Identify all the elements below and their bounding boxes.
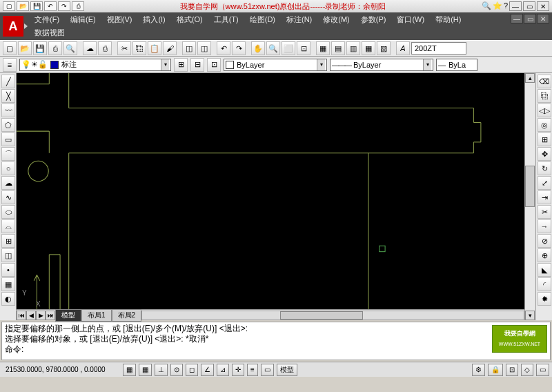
move-icon[interactable]: ✥ xyxy=(538,147,551,161)
copy-obj-icon[interactable]: ⿻ xyxy=(538,89,551,103)
dyn-button[interactable]: ✛ xyxy=(232,364,244,376)
qat-undo[interactable]: ↶ xyxy=(44,1,57,11)
qat-save[interactable]: 💾 xyxy=(30,1,43,11)
search-icon[interactable]: 🔍 xyxy=(482,1,491,11)
block-make-icon[interactable]: ◫ xyxy=(1,248,15,262)
tab-next-icon[interactable]: ▶ xyxy=(36,311,46,320)
lwt-button[interactable]: ≡ xyxy=(247,364,258,376)
zoomwin-icon[interactable]: ⬜ xyxy=(282,41,295,55)
plot-icon[interactable]: ⎙ xyxy=(98,41,112,55)
grid-button[interactable]: ▦ xyxy=(139,364,152,376)
layer-prev-icon[interactable]: ⊟ xyxy=(190,58,204,72)
redo-icon[interactable]: ↷ xyxy=(232,41,246,55)
menu-help[interactable]: 帮助(H) xyxy=(430,13,466,26)
menu-window[interactable]: 窗口(W) xyxy=(391,13,430,26)
preview-icon[interactable]: 🔍 xyxy=(63,41,77,55)
join-icon[interactable]: ⊕ xyxy=(538,248,551,262)
qat-new[interactable]: ▢ xyxy=(3,1,15,11)
help2-icon[interactable]: ? xyxy=(504,1,508,11)
tab-first-icon[interactable]: ⏮ xyxy=(17,311,26,320)
lineweight-dropdown[interactable]: — ByLa xyxy=(436,59,477,71)
paste-icon[interactable]: 📋 xyxy=(148,41,161,55)
chevron-down-icon[interactable]: ▾ xyxy=(423,59,431,70)
doc-min-button[interactable]: — xyxy=(511,14,523,23)
sheet-icon[interactable]: ▤ xyxy=(331,41,345,55)
layer-dropdown[interactable]: 💡 ☀ 🔓 标注 ▾ xyxy=(19,59,171,71)
layer-state-icon[interactable]: ⊡ xyxy=(207,58,221,72)
chevron-down-icon[interactable]: ▾ xyxy=(317,59,325,70)
new-icon[interactable]: ▢ xyxy=(3,41,17,55)
text-style-input[interactable] xyxy=(411,42,466,55)
clean-button[interactable]: ▭ xyxy=(536,364,549,376)
tab-model[interactable]: 模型 xyxy=(55,309,81,322)
polar-button[interactable]: ⊙ xyxy=(170,364,183,376)
scroll-up-icon[interactable]: ▴ xyxy=(525,73,535,83)
point-icon[interactable]: • xyxy=(1,263,15,277)
help-icon[interactable]: ⭐ xyxy=(493,1,502,11)
rect-icon[interactable]: ▭ xyxy=(1,133,15,146)
gradient-icon[interactable]: ◐ xyxy=(1,292,15,306)
tab-last-icon[interactable]: ⏭ xyxy=(46,311,55,320)
menu-dim[interactable]: 标注(N) xyxy=(281,13,317,26)
menu-modify[interactable]: 修改(M) xyxy=(317,13,355,26)
menu-format[interactable]: 格式(O) xyxy=(171,13,208,26)
hscrollbar[interactable] xyxy=(141,311,524,320)
tab-prev-icon[interactable]: ◀ xyxy=(26,311,36,320)
mirror-icon[interactable]: ◁▷ xyxy=(538,104,551,117)
open-icon[interactable]: 📂 xyxy=(18,41,32,55)
tab-layout2[interactable]: 布局2 xyxy=(112,309,142,322)
ducs-button[interactable]: ⊿ xyxy=(217,364,229,376)
otrack-button[interactable]: ∠ xyxy=(201,364,214,376)
pan-icon[interactable]: ✋ xyxy=(251,41,265,55)
qat-print[interactable]: ⎙ xyxy=(72,1,84,11)
menu-view[interactable]: 视图(V) xyxy=(101,13,138,26)
line-icon[interactable]: ╱ xyxy=(1,75,15,88)
scale-icon[interactable]: ⤢ xyxy=(538,176,551,190)
linetype-dropdown[interactable]: ——— ByLayer ▾ xyxy=(330,59,433,71)
model-button[interactable]: 模型 xyxy=(277,364,297,376)
ws-button[interactable]: ⚙ xyxy=(472,364,485,376)
arc-icon[interactable]: ⌒ xyxy=(1,147,15,161)
layer-props-icon[interactable]: ≡ xyxy=(3,58,17,72)
qp-button[interactable]: ▭ xyxy=(261,364,274,376)
array-icon[interactable]: ⊞ xyxy=(538,133,551,146)
hw-button[interactable]: ⊡ xyxy=(506,364,518,376)
erase-icon[interactable]: ⌫ xyxy=(538,75,551,88)
max-button[interactable]: ▭ xyxy=(523,1,535,11)
cut-icon[interactable]: ✂ xyxy=(117,41,131,55)
fillet-icon[interactable]: ◜ xyxy=(538,277,551,291)
vscrollbar[interactable]: ▴ ▾ xyxy=(524,73,535,320)
menu-tools[interactable]: 工具(T) xyxy=(208,13,244,26)
trim-icon[interactable]: ✂ xyxy=(538,205,551,219)
hatch-icon[interactable]: ▦ xyxy=(1,277,15,291)
menu-param[interactable]: 参数(P) xyxy=(355,13,392,26)
min-button[interactable]: — xyxy=(509,1,522,11)
insert-icon[interactable]: ⊞ xyxy=(1,234,15,248)
snap-button[interactable]: ▦ xyxy=(123,364,136,376)
doc-close-button[interactable]: ✕ xyxy=(537,14,549,23)
palette-icon[interactable]: ▧ xyxy=(377,41,391,55)
color-dropdown[interactable]: ByLayer ▾ xyxy=(224,59,327,71)
qat-open[interactable]: 📂 xyxy=(17,1,29,11)
menu-file[interactable]: 文件(F) xyxy=(29,13,65,26)
close-button[interactable]: ✕ xyxy=(537,1,549,11)
calc-icon[interactable]: ▦ xyxy=(362,41,375,55)
menu-edit[interactable]: 编辑(E) xyxy=(65,13,101,26)
menu-dataview[interactable]: 数据视图 xyxy=(29,26,70,39)
zoom-icon[interactable]: 🔍 xyxy=(266,41,280,55)
doc-max-button[interactable]: ▭ xyxy=(524,14,536,23)
explode-icon[interactable]: ✸ xyxy=(538,292,551,306)
break-icon[interactable]: ⊘ xyxy=(538,234,551,248)
extend-icon[interactable]: → xyxy=(538,219,551,233)
pline-icon[interactable]: 〰 xyxy=(1,104,15,117)
osnap-button[interactable]: ◻ xyxy=(186,364,198,376)
stretch-icon[interactable]: ⇥ xyxy=(538,190,551,204)
tab-layout1[interactable]: 布局1 xyxy=(81,309,112,322)
rotate-icon[interactable]: ↻ xyxy=(538,161,551,175)
polygon-icon[interactable]: ⬠ xyxy=(1,118,15,132)
copy-icon[interactable]: ⿻ xyxy=(132,41,146,55)
ellipse-icon[interactable]: ⬭ xyxy=(1,205,15,219)
publish-icon[interactable]: ☁ xyxy=(83,41,97,55)
app-logo[interactable]: A xyxy=(3,16,23,37)
ortho-button[interactable]: ⊥ xyxy=(155,364,168,376)
